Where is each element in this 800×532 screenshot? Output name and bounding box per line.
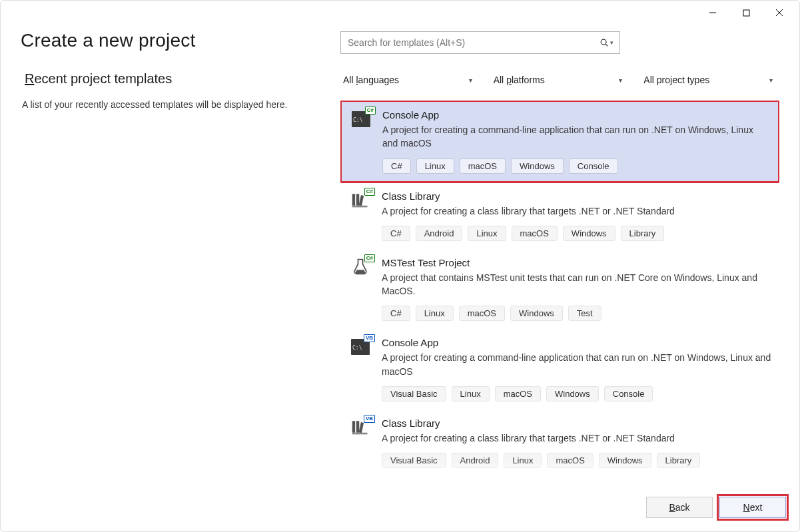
svg-rect-12 <box>359 422 364 433</box>
test-icon: C# <box>351 257 372 278</box>
chevron-down-icon: ▾ <box>769 77 773 84</box>
tag: Windows <box>511 158 564 174</box>
search-input[interactable] <box>341 37 593 48</box>
project-type-filter[interactable]: All project types ▾ <box>641 70 779 90</box>
tag: Windows <box>510 306 563 321</box>
svg-rect-13 <box>352 433 368 435</box>
console-icon: VB <box>351 337 372 358</box>
tag: C# <box>382 158 411 174</box>
template-tags: C#AndroidLinuxmacOSWindowsLibrary <box>382 226 771 241</box>
svg-rect-1 <box>743 10 749 16</box>
tag: Library <box>657 453 701 468</box>
close-button[interactable] <box>765 3 794 22</box>
template-title: Console App <box>382 337 771 348</box>
next-button[interactable]: Next <box>719 497 786 518</box>
back-button[interactable]: Back <box>646 497 713 518</box>
template-description: A project that contains MSTest unit test… <box>382 271 771 298</box>
svg-line-5 <box>605 44 607 46</box>
template-tags: Visual BasicAndroidLinuxmacOSWindowsLibr… <box>382 453 771 468</box>
template-tags: Visual BasicLinuxmacOSWindowsConsole <box>382 386 771 401</box>
svg-rect-6 <box>352 194 355 206</box>
template-console-csharp[interactable]: C#Console AppA project for creating a co… <box>340 101 779 182</box>
chevron-down-icon: ▾ <box>619 77 622 84</box>
tag: Windows <box>546 386 599 401</box>
template-description: A project for creating a command-line ap… <box>382 123 771 150</box>
template-title: Class Library <box>382 417 771 429</box>
template-classlib-csharp[interactable]: C#Class LibraryA project for creating a … <box>340 182 779 249</box>
svg-rect-11 <box>356 421 359 433</box>
tag: Android <box>416 226 463 241</box>
template-classlib-vb[interactable]: VBClass LibraryA project for creating a … <box>340 409 779 476</box>
template-title: Class Library <box>382 190 771 202</box>
maximize-button[interactable] <box>731 3 761 22</box>
title-bar <box>1 1 799 25</box>
tag: Android <box>452 453 499 468</box>
dialog-footer: Back Next <box>1 483 799 531</box>
platform-filter[interactable]: All platforms ▾ <box>491 70 629 90</box>
template-tags: C#LinuxmacOSWindowsTest <box>382 306 771 321</box>
svg-point-4 <box>601 39 606 45</box>
tag: Linux <box>504 453 542 468</box>
tag: Linux <box>416 306 454 321</box>
tag: Visual Basic <box>382 453 446 468</box>
tag: Linux <box>468 226 506 241</box>
template-tags: C#LinuxmacOSWindowsConsole <box>382 158 771 174</box>
language-filter[interactable]: All languages ▾ <box>340 70 479 90</box>
template-title: MSTest Test Project <box>382 257 771 268</box>
tag: Console <box>569 158 618 174</box>
recent-templates-desc: A list of your recently accessed templat… <box>22 99 320 112</box>
tag: macOS <box>495 386 541 401</box>
tag: macOS <box>512 226 558 241</box>
template-search[interactable]: ▾ <box>340 31 620 54</box>
tag: macOS <box>547 453 593 468</box>
template-mstest-csharp[interactable]: C#MSTest Test ProjectA project that cont… <box>340 249 779 330</box>
tag: Console <box>604 386 653 401</box>
tag: C# <box>382 306 410 321</box>
svg-rect-8 <box>359 195 364 206</box>
minimize-button[interactable] <box>698 3 727 22</box>
template-description: A project for creating a class library t… <box>382 431 771 445</box>
template-description: A project for creating a class library t… <box>382 204 771 218</box>
template-list[interactable]: C#Console AppA project for creating a co… <box>340 101 779 483</box>
page-title: Create a new project <box>21 30 320 51</box>
svg-rect-7 <box>356 194 359 206</box>
svg-rect-10 <box>352 421 355 433</box>
lib-icon: C# <box>351 190 372 212</box>
tag: Windows <box>563 226 615 241</box>
tag: Linux <box>416 158 454 174</box>
svg-rect-9 <box>352 205 368 207</box>
template-console-vb[interactable]: VBConsole AppA project for creating a co… <box>340 329 779 409</box>
template-title: Console App <box>382 109 771 121</box>
tag: Visual Basic <box>382 386 446 401</box>
tag: Test <box>568 306 601 321</box>
search-icon[interactable]: ▾ <box>593 38 619 47</box>
chevron-down-icon: ▾ <box>469 77 472 84</box>
tag: Library <box>621 226 665 241</box>
tag: macOS <box>459 306 505 321</box>
console-icon: C# <box>352 109 373 131</box>
tag: Linux <box>452 386 490 401</box>
search-dropdown-icon[interactable]: ▾ <box>610 39 613 46</box>
template-description: A project for creating a command-line ap… <box>382 351 771 378</box>
lib-icon: VB <box>351 417 372 439</box>
recent-templates-heading: Recent project templates <box>25 71 320 87</box>
tag: macOS <box>460 158 506 174</box>
tag: Windows <box>599 453 651 468</box>
tag: C# <box>382 226 410 241</box>
